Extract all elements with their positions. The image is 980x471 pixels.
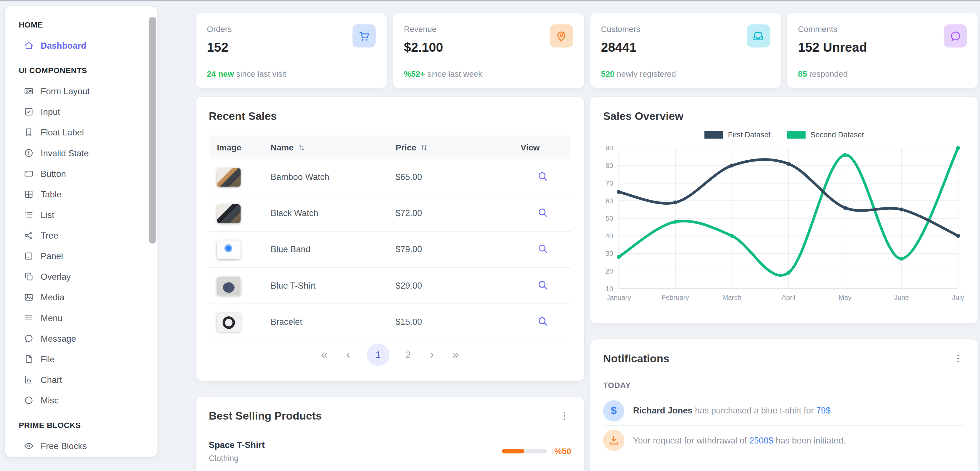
legend-label: Second Dataset [811, 130, 864, 139]
best-selling-list: Space T-ShirtClothing%50 [209, 439, 571, 463]
legend-item[interactable]: First Dataset [704, 130, 770, 139]
chart-legend: First DatasetSecond Dataset [603, 130, 965, 139]
sidebar-item-menu[interactable]: Menu [14, 307, 149, 328]
product-price: $72.00 [388, 209, 512, 218]
product-image-bracelet [217, 312, 240, 331]
svg-text:June: June [894, 293, 909, 301]
ellipsis-v-icon [953, 352, 964, 364]
comment-icon [24, 333, 33, 343]
notification-text: Richard Jones has purchased a blue t-shi… [633, 406, 830, 415]
sales-overview-title: Sales Overview [603, 110, 965, 123]
sidebar-item-all-blocks[interactable]: All Blocks [14, 456, 149, 457]
sidebar-item-label: Misc [41, 395, 59, 405]
sales-overview-card: Sales Overview First DatasetSecond Datas… [590, 97, 978, 324]
svg-text:10: 10 [606, 285, 613, 292]
sidebar-item-label: Panel [41, 251, 63, 261]
view-product-button[interactable] [536, 206, 549, 220]
sidebar-item-label: Form Layout [41, 86, 90, 96]
sidebar-item-message[interactable]: Message [14, 328, 149, 348]
column-header-name[interactable]: Name [262, 143, 387, 152]
id-card-icon [24, 86, 33, 96]
legend-item[interactable]: Second Dataset [787, 130, 864, 139]
sidebar: HOMEDashboardUI COMPONENTSForm LayoutInp… [5, 6, 158, 457]
table-row: Bamboo Watch$65.00 [209, 159, 571, 195]
stat-value: 28441 [601, 40, 770, 55]
svg-text:80: 80 [606, 162, 613, 170]
sidebar-item-media[interactable]: Media [14, 287, 149, 307]
sidebar-item-overlay[interactable]: Overlay [14, 266, 149, 287]
product-image-black-watch [217, 204, 240, 222]
stat-card-comments: Comments152 Unread85 responded [787, 13, 978, 88]
stat-card-orders: Orders15224 new since last visit [196, 13, 387, 88]
stat-icon-box [944, 24, 967, 48]
sidebar-item-free-blocks[interactable]: Free Blocks [14, 435, 149, 456]
ellipsis-menu-button[interactable] [558, 409, 571, 423]
paginator-next-button[interactable]: › [427, 348, 437, 362]
paginator-prev-button[interactable]: ‹ [343, 348, 353, 362]
paginator-page-1[interactable]: 1 [367, 343, 390, 366]
sidebar-item-dashboard[interactable]: Dashboard [14, 35, 149, 56]
notifications-group-label: TODAY [603, 381, 965, 390]
paginator-last-button[interactable]: » [450, 348, 460, 362]
svg-text:30: 30 [606, 250, 613, 257]
bookmark-icon [24, 127, 33, 137]
view-product-button[interactable] [536, 279, 549, 292]
legend-swatch [704, 131, 723, 139]
sidebar-item-float-label[interactable]: Float Label [14, 122, 149, 142]
list-icon [24, 209, 33, 220]
view-product-button[interactable] [536, 315, 549, 329]
notifications-list: $Richard Jones has purchased a blue t-sh… [603, 396, 965, 455]
paginator-page-2[interactable]: 2 [403, 350, 413, 360]
svg-text:70: 70 [606, 179, 613, 187]
sidebar-scrollbar[interactable] [149, 17, 156, 244]
progress-label: %50 [554, 447, 571, 456]
sidebar-section: PRIME BLOCKSFree BlocksAll Blocks [14, 419, 149, 457]
sidebar-item-label: File [41, 354, 55, 364]
view-product-button[interactable] [536, 243, 549, 256]
dashboard-page: HOMEDashboardUI COMPONENTSForm LayoutInp… [0, 0, 980, 471]
sidebar-item-table[interactable]: Table [14, 184, 149, 204]
table-header: ImageNamePriceView [209, 135, 571, 159]
dollar-icon: $ [611, 404, 617, 417]
notification-text: Your request for withdrawal of 2500$ has… [633, 436, 846, 445]
share-icon [24, 230, 33, 240]
sidebar-item-button[interactable]: Button [14, 163, 149, 184]
view-product-button[interactable] [536, 170, 549, 184]
sidebar-item-file[interactable]: File [14, 348, 149, 369]
product-name: Space T-Shirt [209, 439, 265, 450]
svg-text:April: April [782, 293, 795, 301]
sidebar-item-input[interactable]: Input [14, 101, 149, 122]
sidebar-item-form-layout[interactable]: Form Layout [14, 81, 149, 101]
stat-label: Comments [798, 24, 967, 34]
check-square-icon [24, 106, 33, 116]
sidebar-item-label: Free Blocks [41, 441, 87, 451]
chart-bar-icon [24, 374, 33, 385]
table-row: Bracelet$15.00 [209, 304, 571, 340]
download-icon [608, 435, 619, 446]
notifications-title: Notifications [603, 352, 670, 365]
home-icon [24, 40, 33, 50]
sidebar-item-panel[interactable]: Panel [14, 246, 149, 266]
sidebar-item-chart[interactable]: Chart [14, 369, 149, 390]
product-name: Bamboo Watch [262, 172, 387, 182]
cart-icon [358, 30, 370, 42]
file-icon [24, 354, 33, 364]
column-header-price[interactable]: Price [388, 143, 512, 152]
search-icon [536, 243, 549, 255]
sidebar-item-list[interactable]: List [14, 204, 149, 225]
sidebar-item-misc[interactable]: Misc [14, 390, 149, 411]
stats-row: Orders15224 new since last visitRevenue$… [196, 13, 978, 88]
paginator-first-button[interactable]: « [320, 348, 329, 362]
sidebar-item-invalid-state[interactable]: Invalid State [14, 142, 149, 163]
product-price: $29.00 [388, 281, 512, 290]
svg-text:February: February [662, 293, 689, 301]
sidebar-item-tree[interactable]: Tree [14, 225, 149, 246]
sidebar-item-label: Button [41, 168, 66, 178]
sort-icon [298, 143, 305, 151]
stat-icon-box [353, 24, 375, 48]
product-name: Bracelet [262, 317, 387, 327]
stat-value: $2.100 [404, 40, 573, 55]
svg-text:50: 50 [606, 215, 613, 222]
ellipsis-menu-button[interactable] [951, 352, 965, 366]
svg-text:May: May [838, 293, 852, 301]
